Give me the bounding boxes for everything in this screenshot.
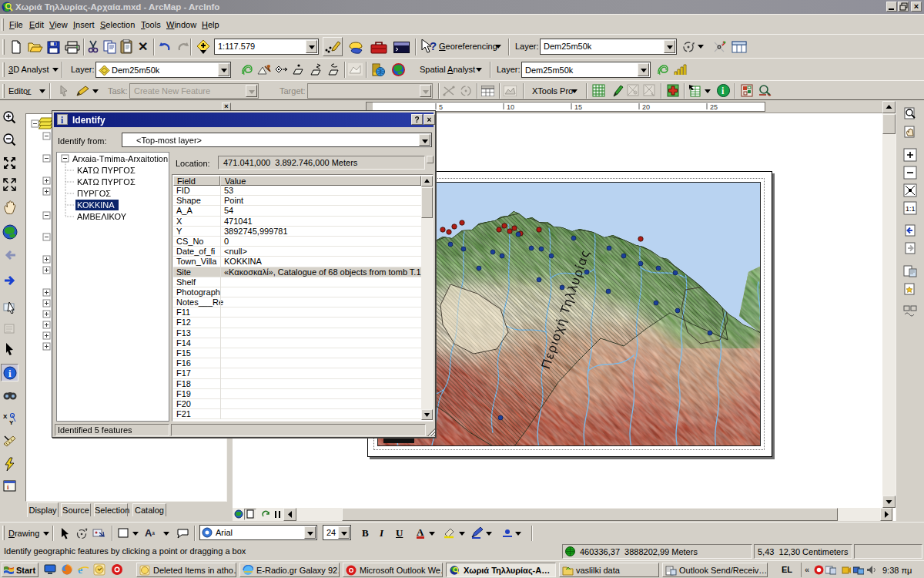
svg-text:ΠΥΡΓΟΣ: ΠΥΡΓΟΣ (77, 189, 111, 198)
svg-text:10: 10 (507, 103, 514, 111)
svg-text:ΚΑΤΩ ΠΥΡΓΟΣ: ΚΑΤΩ ΠΥΡΓΟΣ (77, 177, 136, 187)
svg-text:X: X (3, 413, 8, 420)
svg-text:20: 20 (642, 103, 650, 111)
svg-text:1:1: 1:1 (906, 205, 916, 213)
svg-text:ΚΑΤΩ ΠΥΡΓΟΣ: ΚΑΤΩ ΠΥΡΓΟΣ (77, 166, 136, 175)
svg-text:25: 25 (710, 103, 718, 111)
svg-text:15: 15 (574, 103, 582, 111)
svg-text:?: ? (430, 39, 437, 52)
svg-text:Arxaia-Tmima-Arxaitotion: Arxaia-Tmima-Arxaitotion (72, 154, 168, 163)
svg-text:ΚΟΚΚΙΝΑ: ΚΟΚΚΙΝΑ (77, 200, 115, 210)
svg-text:i: i (8, 368, 12, 379)
svg-text:ΑΜΒΕΛΙΚΟΥ: ΑΜΒΕΛΙΚΟΥ (77, 212, 127, 221)
svg-text:Y: Y (9, 419, 14, 425)
svg-text:5: 5 (439, 103, 443, 111)
